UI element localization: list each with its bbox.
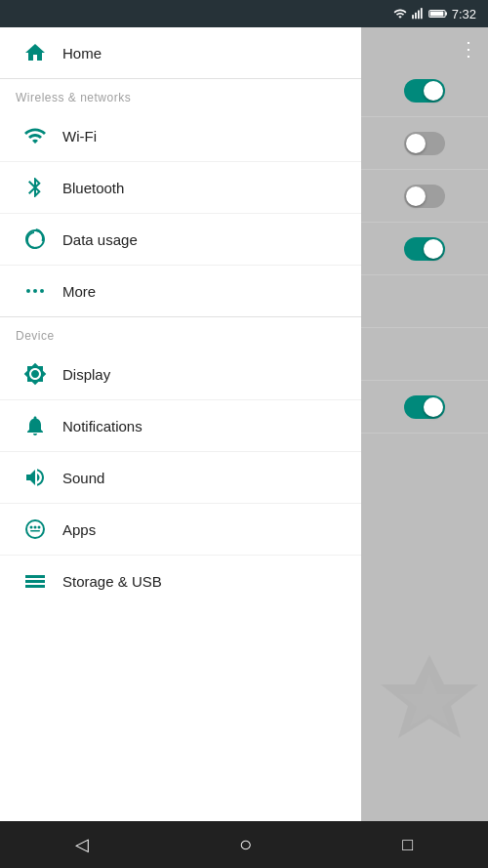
toggle-thumb-5 <box>424 397 443 417</box>
data-usage-label: Data usage <box>62 231 138 248</box>
right-panel: ⋮ <box>361 27 488 821</box>
data-usage-icon <box>16 227 55 251</box>
sidebar-item-display[interactable]: Display <box>0 349 361 400</box>
signal-icon <box>411 7 425 21</box>
battery-icon <box>428 7 448 21</box>
back-button[interactable]: ◁ <box>75 834 89 855</box>
toggle-row-5 <box>361 275 488 328</box>
toggle-row-2 <box>361 117 488 170</box>
section-label-device: Device <box>0 317 361 349</box>
recents-button[interactable]: □ <box>402 835 413 855</box>
svg-point-11 <box>30 526 33 529</box>
toggle-row-6 <box>361 328 488 381</box>
bluetooth-label: Bluetooth <box>62 180 124 196</box>
main-layout: Home Wireless & networks Wi-Fi Bluetooth <box>0 27 488 821</box>
more-menu-button[interactable]: ⋮ <box>459 37 478 61</box>
toggle-3[interactable] <box>404 185 445 208</box>
toggle-thumb-3 <box>406 186 426 206</box>
svg-rect-2 <box>418 11 420 20</box>
svg-rect-6 <box>429 12 443 17</box>
home-icon <box>16 41 55 64</box>
toggle-thumb-1 <box>424 81 443 101</box>
toggle-row-7 <box>361 381 488 434</box>
apps-icon <box>16 517 55 541</box>
sidebar-item-storage[interactable]: Storage & USB <box>0 556 361 606</box>
toggle-5[interactable] <box>404 395 445 419</box>
toggle-row-3 <box>361 170 488 223</box>
svg-rect-1 <box>415 13 417 19</box>
sidebar-item-notifications[interactable]: Notifications <box>0 400 361 452</box>
status-time: 7:32 <box>452 7 476 21</box>
notifications-icon <box>16 414 55 437</box>
toggle-row-4 <box>361 223 488 275</box>
sidebar-item-home[interactable]: Home <box>0 27 361 79</box>
sidebar-item-more[interactable]: More <box>0 266 361 317</box>
notifications-label: Notifications <box>62 418 142 434</box>
status-bar: 7:32 <box>0 0 488 27</box>
svg-rect-5 <box>445 12 447 16</box>
storage-icon <box>16 569 55 593</box>
svg-rect-3 <box>421 8 423 19</box>
home-button[interactable]: ○ <box>239 832 252 857</box>
sound-icon <box>16 466 55 489</box>
home-label: Home <box>62 45 102 62</box>
svg-marker-15 <box>381 655 478 738</box>
svg-point-12 <box>34 526 37 529</box>
sidebar-item-sound[interactable]: Sound <box>0 452 361 504</box>
svg-point-10 <box>26 520 44 538</box>
toggle-4[interactable] <box>404 237 445 261</box>
toggle-2[interactable] <box>404 132 445 155</box>
sidebar: Home Wireless & networks Wi-Fi Bluetooth <box>0 27 361 821</box>
toggle-list <box>361 35 488 434</box>
more-dots-icon <box>16 279 55 303</box>
svg-marker-16 <box>400 675 459 726</box>
toggle-1[interactable] <box>404 79 445 103</box>
toggle-row-1 <box>361 64 488 117</box>
watermark <box>371 645 488 743</box>
toggle-thumb-4 <box>424 239 443 259</box>
bluetooth-icon <box>16 176 55 199</box>
sidebar-item-data-usage[interactable]: Data usage <box>0 214 361 266</box>
toggle-thumb-2 <box>406 134 426 153</box>
display-icon <box>16 362 55 386</box>
svg-point-9 <box>40 289 44 293</box>
apps-label: Apps <box>62 521 96 538</box>
storage-label: Storage & USB <box>62 573 162 590</box>
more-label: More <box>62 283 96 300</box>
wifi-icon <box>16 124 55 147</box>
status-icons: 7:32 <box>393 7 476 21</box>
section-label-wireless: Wireless & networks <box>0 79 361 110</box>
sidebar-item-wifi[interactable]: Wi-Fi <box>0 110 361 162</box>
svg-point-8 <box>33 289 37 293</box>
svg-rect-0 <box>412 15 414 19</box>
wifi-label: Wi-Fi <box>62 128 97 145</box>
nav-bar: ◁ ○ □ <box>0 821 488 868</box>
svg-rect-14 <box>30 530 40 532</box>
svg-point-7 <box>26 289 30 293</box>
svg-point-13 <box>38 526 41 529</box>
wifi-status-icon <box>393 7 407 21</box>
sidebar-item-apps[interactable]: Apps <box>0 504 361 556</box>
sidebar-item-bluetooth[interactable]: Bluetooth <box>0 162 361 214</box>
display-label: Display <box>62 366 110 383</box>
sound-label: Sound <box>62 470 104 486</box>
